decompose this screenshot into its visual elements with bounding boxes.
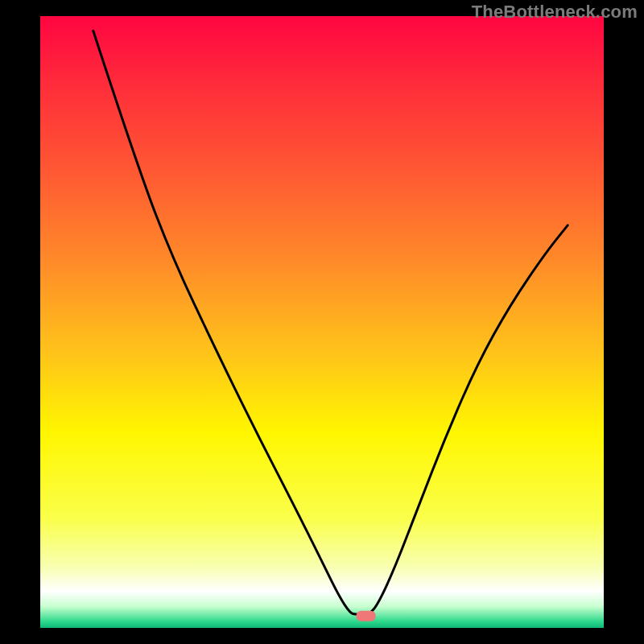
- plot-background: [40, 16, 604, 628]
- chart-svg: [0, 0, 644, 644]
- optimum-marker: [357, 611, 376, 621]
- watermark: TheBottleneck.com: [472, 2, 638, 23]
- chart-stage: TheBottleneck.com: [0, 0, 644, 644]
